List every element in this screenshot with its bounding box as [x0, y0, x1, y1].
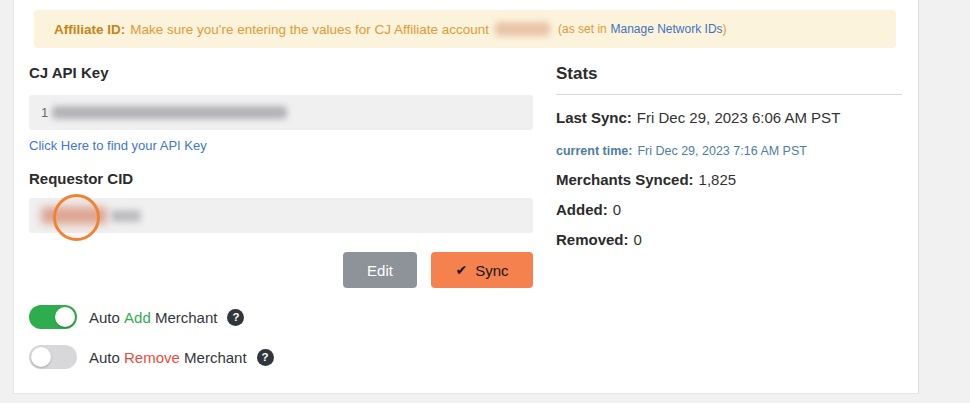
manage-network-ids-link[interactable]: Manage Network IDs [611, 22, 723, 36]
check-icon: ✔ [455, 262, 467, 278]
stat-label: Added: [556, 201, 608, 218]
redacted-account-id [495, 22, 550, 36]
stat-value: 0 [613, 201, 621, 218]
affiliate-id-banner: Affiliate ID: Make sure you're entering … [34, 10, 896, 48]
requestor-cid-label: Requestor CID [29, 170, 133, 187]
stat-added: Added:0 [556, 201, 621, 218]
stat-last-sync: Last Sync:Fri Dec 29, 2023 6:06 AM PST [556, 109, 840, 126]
find-api-key-link[interactable]: Click Here to find your API Key [29, 138, 207, 153]
stat-label: Merchants Synced: [556, 171, 694, 188]
requestor-cid-field[interactable] [29, 198, 533, 233]
highlight-circle-annotation [53, 194, 100, 241]
banner-as-set-text: (as set in [558, 22, 607, 36]
stat-label: Last Sync: [556, 109, 632, 126]
stat-value: Fri Dec 29, 2023 6:06 AM PST [637, 109, 840, 126]
stat-current-time: current time:Fri Dec 29, 2023 7:16 AM PS… [556, 144, 807, 158]
auto-add-label-post: Merchant [155, 309, 218, 326]
auto-add-merchant-row: Auto Add Merchant ? [29, 305, 244, 329]
auto-add-toggle[interactable] [29, 305, 77, 329]
api-key-label: CJ API Key [29, 64, 108, 81]
banner-message: Make sure you're entering the values for… [130, 22, 489, 37]
auto-add-label-highlight: Add [124, 309, 151, 326]
settings-card: Affiliate ID: Make sure you're entering … [13, 0, 919, 394]
stat-value: Fri Dec 29, 2023 7:16 AM PST [637, 144, 807, 158]
redacted-cid-value-2 [111, 210, 141, 222]
auto-remove-label-pre: Auto [89, 349, 120, 366]
auto-remove-label-post: Merchant [184, 349, 247, 366]
auto-remove-merchant-row: Auto Remove Merchant ? [29, 345, 274, 369]
stat-merchants-synced: Merchants Synced:1,825 [556, 171, 736, 188]
help-icon[interactable]: ? [227, 309, 244, 326]
stat-value: 1,825 [699, 171, 737, 188]
stat-removed: Removed:0 [556, 231, 642, 248]
edit-button[interactable]: Edit [343, 252, 417, 288]
stats-divider [556, 94, 902, 95]
auto-remove-label-highlight: Remove [124, 349, 180, 366]
help-icon[interactable]: ? [257, 349, 274, 366]
redacted-api-key [52, 106, 287, 119]
toggle-knob [55, 307, 75, 327]
stat-label: Removed: [556, 231, 629, 248]
api-key-visible-prefix: 1 [41, 105, 48, 120]
toggle-knob [31, 347, 51, 367]
auto-add-label-pre: Auto [89, 309, 120, 326]
sync-button[interactable]: ✔ Sync [431, 252, 533, 288]
stat-value: 0 [634, 231, 642, 248]
stats-heading: Stats [556, 64, 598, 84]
edit-button-label: Edit [367, 262, 393, 279]
stat-label: current time: [556, 144, 632, 158]
auto-remove-toggle[interactable] [29, 345, 77, 369]
sync-button-label: Sync [475, 262, 508, 279]
api-key-field[interactable]: 1 [29, 95, 533, 130]
banner-label: Affiliate ID: [54, 22, 125, 37]
banner-close-paren: ) [723, 22, 727, 36]
